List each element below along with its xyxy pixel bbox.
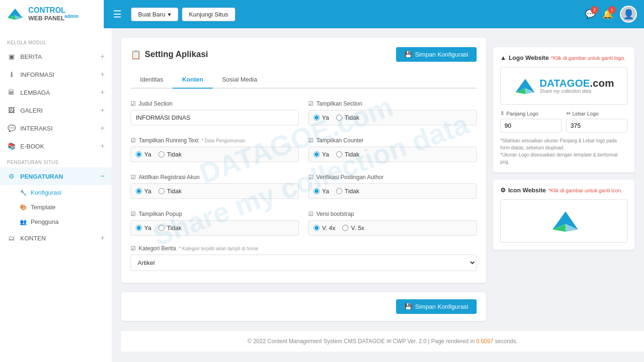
lebar-input[interactable] (566, 119, 627, 132)
logo-change-link[interactable]: *Klik di gambar untuk ganti logo. (551, 55, 626, 61)
pengaturan-sub-menu: 🔧 Konfigurasi 🎨 Template 👥 Pengguna (0, 185, 112, 229)
judul-section-input[interactable] (131, 110, 299, 125)
judul-section-label: ☑ Judul Section (131, 100, 299, 107)
galeri-icon: 🖼 (7, 106, 16, 115)
icon-change-link[interactable]: *Klik di gambar untuk ganti icon. (548, 188, 622, 193)
running-text-label: ☑ Tampilkan Running Text * Data Pengumum… (131, 137, 299, 144)
chat-notification-button[interactable]: 💬 2 (585, 9, 595, 19)
panjang-icon: ⇕ (500, 110, 504, 116)
header: CONTROL WEB PANELadmin ☰ Buat Baru ▾ Kun… (0, 0, 644, 28)
registrasi-icon: ☑ (131, 174, 136, 181)
tampilkan-counter-label: ☑ Tampilkan Counter (308, 137, 477, 144)
tampilkan-section-label: ☑ Tampilkan Section (308, 100, 477, 107)
verifikasi-ya-radio[interactable]: Ya (314, 188, 329, 195)
tampilkan-section-radio-group: Ya Tidak (308, 110, 477, 125)
registrasi-group: ☑ Aktifkan Registrasi Akun Ya (131, 174, 299, 199)
lembaga-expand-icon: + (100, 88, 105, 97)
bootstrap-v5-radio[interactable]: V. 5x (342, 224, 364, 231)
lembaga-icon: 🏛 (7, 88, 16, 97)
running-text-radio-group: Ya Tidak (131, 147, 299, 162)
menu-toggle-button[interactable]: ☰ (113, 8, 122, 20)
sidebar-item-berita[interactable]: ▣ BERITA + (0, 48, 112, 66)
icon-preview-area[interactable] (500, 199, 627, 243)
sidebar-item-lembaga[interactable]: 🏛 LEMBAGA + (0, 83, 112, 101)
berita-expand-icon: + (100, 52, 105, 61)
sidebar-sub-konfigurasi[interactable]: 🔧 Konfigurasi (20, 185, 112, 200)
popup-group: ☑ Tampilkan Popup Ya Tidak (131, 211, 299, 236)
tampilkan-section-icon: ☑ (308, 100, 314, 107)
icon-gear-icon: ⚙ (500, 187, 506, 194)
popup-ya-radio[interactable]: Ya (136, 224, 151, 231)
running-text-ya-radio[interactable]: Ya (136, 151, 151, 158)
informasi-icon: ℹ (7, 70, 16, 79)
save-config-button-bottom[interactable]: 💾 Simpan Konfigurasi (396, 299, 477, 314)
pengaturan-situs-label: PENGATURAN SITUS (0, 155, 112, 167)
kunjungi-situs-button[interactable]: Kunjungi Situs (182, 8, 235, 21)
kategori-icon: ☑ (131, 245, 136, 252)
sidebar-sub-template[interactable]: 🎨 Template (20, 200, 112, 214)
settings-icon: 📋 (131, 49, 141, 60)
sidebar-item-interaksi[interactable]: 💬 INTERAKSI + (0, 119, 112, 137)
popup-tidak-radio[interactable]: Tidak (158, 224, 182, 231)
tampilkan-section-ya-radio[interactable]: Ya (314, 114, 329, 121)
pengguna-users-icon: 👥 (20, 219, 27, 225)
dropdown-arrow-icon: ▾ (168, 11, 171, 18)
popup-label: ☑ Tampilkan Popup (131, 211, 299, 217)
logo-icon (6, 5, 25, 24)
logo-preview-area[interactable]: DATAGOE.com Share my collection data (500, 67, 627, 105)
bootstrap-v4-radio[interactable]: V. 4x (314, 224, 335, 231)
save-icon: 💾 (405, 51, 412, 58)
berita-icon: ▣ (7, 52, 16, 61)
buat-baru-button[interactable]: Buat Baru ▾ (131, 8, 178, 21)
sidebar-item-konten[interactable]: 🗂 KONTEN + (0, 229, 112, 247)
save-bottom-icon: 💾 (405, 303, 412, 310)
save-config-button-top[interactable]: 💾 Simpan Konfigurasi (396, 47, 477, 62)
datagoe-text: DATAGOE.com Share my collection data (539, 78, 614, 94)
sidebar-sub-pengguna[interactable]: 👥 Pengguna (20, 214, 112, 229)
user-icon: 👤 (623, 8, 635, 20)
bottom-save-bar: 💾 Simpan Konfigurasi (121, 292, 486, 321)
running-text-group: ☑ Tampilkan Running Text * Data Pengumum… (131, 137, 299, 162)
logo-note: *Silahkan sesuaikan ukuran Panjang & Leb… (500, 137, 627, 165)
sidebar-item-galeri[interactable]: 🖼 GALERI + (0, 101, 112, 119)
verifikasi-icon: ☑ (308, 174, 314, 181)
konten-icon: 🗂 (7, 234, 16, 242)
registrasi-tidak-radio[interactable]: Tidak (158, 188, 182, 195)
registrasi-ya-radio[interactable]: Ya (136, 188, 151, 195)
tab-sosial-media[interactable]: Sosial Media (213, 71, 266, 89)
bell-notification-button[interactable]: 🔔 1 (603, 9, 613, 19)
tampilkan-section-tidak-radio[interactable]: Tidak (336, 114, 359, 121)
logo-text: CONTROL WEB PANELadmin (28, 7, 79, 21)
bootstrap-label: ☑ Versi bootstrap (308, 211, 477, 217)
logo-size-grid: ⇕ Panjang Logo ⇔ Lebar Logo (500, 110, 627, 132)
tab-konten[interactable]: Konten (173, 71, 213, 89)
sidebar-item-informasi[interactable]: ℹ INFORMASI + (0, 66, 112, 83)
kategori-select[interactable]: Artikel (131, 255, 477, 271)
tab-identitas[interactable]: Identitas (131, 71, 173, 89)
kategori-group: ☑ Kategori Berita * Kategori terpilih ak… (131, 245, 477, 271)
running-text-tidak-radio[interactable]: Tidak (158, 151, 182, 158)
chat-badge: 2 (591, 6, 598, 14)
render-time-link[interactable]: 0.6097 (476, 338, 495, 345)
tampilkan-counter-group: ☑ Tampilkan Counter Ya Tidak (308, 137, 477, 162)
counter-tidak-radio[interactable]: Tidak (336, 151, 359, 158)
logo-area: CONTROL WEB PANELadmin (0, 0, 104, 28)
tabs-bar: Identitas Konten Sosial Media (131, 71, 477, 89)
header-right: 💬 2 🔔 1 👤 (585, 6, 637, 23)
lebar-field: ⇔ Lebar Logo (566, 110, 627, 132)
ebook-icon: 📚 (7, 142, 16, 150)
main-area: DATAGOE.comShare my collection data 📋 Se… (112, 28, 644, 362)
tampilkan-section-group: ☑ Tampilkan Section Ya Tidak (308, 100, 477, 125)
website-icon-preview (550, 207, 578, 235)
verifikasi-tidak-radio[interactable]: Tidak (336, 188, 359, 195)
registrasi-radio-group: Ya Tidak (131, 183, 299, 199)
sidebar-item-ebook[interactable]: 📚 E-BOOK + (0, 137, 112, 155)
sidebar-item-pengaturan[interactable]: ⚙ PENGATURAN − (0, 167, 112, 185)
running-text-icon: ☑ (131, 137, 136, 144)
user-avatar-button[interactable]: 👤 (620, 6, 637, 23)
panjang-input[interactable] (500, 119, 561, 132)
counter-ya-radio[interactable]: Ya (314, 151, 329, 158)
verifikasi-radio-group: Ya Tidak (308, 183, 477, 199)
pengaturan-gear-icon: ⚙ (7, 172, 16, 181)
template-palette-icon: 🎨 (20, 204, 27, 211)
